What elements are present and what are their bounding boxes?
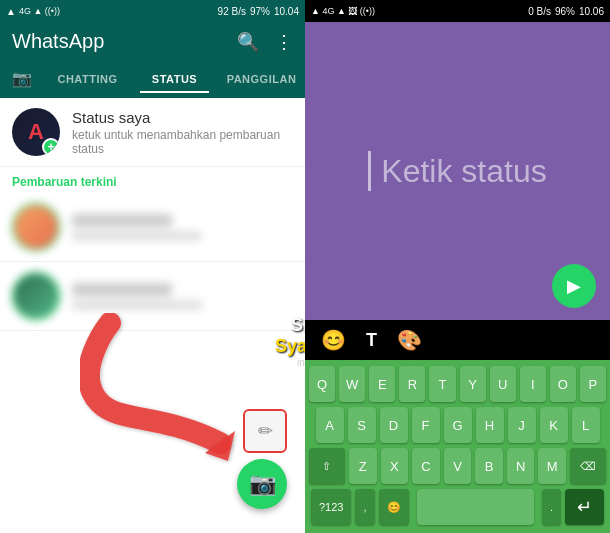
keyboard-row-1: Q W E R T Y U I O P <box>309 366 606 402</box>
time-text: 10.04 <box>274 6 299 17</box>
menu-icon[interactable]: ⋮ <box>275 31 293 53</box>
key-x[interactable]: X <box>381 448 409 484</box>
key-v[interactable]: V <box>444 448 472 484</box>
tab-camera[interactable]: 📷 <box>0 59 44 96</box>
status-bar-right: ▲ 4G ▲ 🖼 ((•)) 0 B/s 96% 10.06 <box>305 0 610 22</box>
key-shift[interactable]: ⇧ <box>309 448 345 484</box>
my-status-sub: ketuk untuk menambahkan pembaruan status <box>72 128 293 156</box>
key-s[interactable]: S <box>348 407 376 443</box>
key-j[interactable]: J <box>508 407 536 443</box>
add-status-badge[interactable]: + <box>42 138 60 156</box>
palette-icon[interactable]: 🎨 <box>397 328 422 352</box>
key-d[interactable]: D <box>380 407 408 443</box>
signal-icons-right: ▲ 4G ▲ 🖼 ((•)) <box>311 6 375 16</box>
key-f[interactable]: F <box>412 407 440 443</box>
my-status-info: Status saya ketuk untuk menambahkan pemb… <box>72 109 293 156</box>
signal-icons: ▲ 4G ▲ ((•)) <box>6 6 60 17</box>
key-num[interactable]: ?123 <box>311 489 351 525</box>
key-p[interactable]: P <box>580 366 606 402</box>
search-icon[interactable]: 🔍 <box>237 31 259 53</box>
key-i[interactable]: I <box>520 366 546 402</box>
key-u[interactable]: U <box>490 366 516 402</box>
placeholder-text: Ketik status <box>381 153 546 190</box>
key-backspace[interactable]: ⌫ <box>570 448 606 484</box>
status-info: 92 B/s 97% 10.04 <box>218 6 299 17</box>
signal-icon-right: ▲ 4G ▲ 🖼 ((•)) <box>311 6 375 16</box>
pencil-icon: ✏ <box>258 420 273 442</box>
speed-text: 92 B/s <box>218 6 246 17</box>
blur-overlay-2 <box>0 262 305 330</box>
tab-chatting[interactable]: CHATTING <box>44 63 131 93</box>
contact-row-1[interactable] <box>0 193 305 262</box>
key-n[interactable]: N <box>507 448 535 484</box>
camera-fab-icon: 📷 <box>249 471 276 497</box>
emoji-toolbar-icon[interactable]: 😊 <box>321 328 346 352</box>
contact-row-2[interactable] <box>0 262 305 331</box>
key-g[interactable]: G <box>444 407 472 443</box>
my-status-avatar: A + <box>12 108 60 156</box>
app-title: WhatsApp <box>12 30 104 53</box>
keyboard-row-2: A S D F G H J K L <box>309 407 606 443</box>
battery-text-right: 96% <box>555 6 575 17</box>
key-w[interactable]: W <box>339 366 365 402</box>
key-z[interactable]: Z <box>349 448 377 484</box>
key-period[interactable]: . <box>542 489 561 525</box>
status-info-right: 0 B/s 96% 10.06 <box>528 6 604 17</box>
key-a[interactable]: A <box>316 407 344 443</box>
key-t[interactable]: T <box>429 366 455 402</box>
keyboard: Q W E R T Y U I O P A S D F G H J K L ⇧ … <box>305 360 610 533</box>
key-enter[interactable]: ↵ <box>565 489 604 525</box>
my-status-row[interactable]: A + Status saya ketuk untuk menambahkan … <box>0 98 305 167</box>
key-y[interactable]: Y <box>460 366 486 402</box>
camera-fab-button[interactable]: 📷 <box>237 459 287 509</box>
wifi-icon: 4G ▲ ((•)) <box>19 6 60 16</box>
battery-text: 97% <box>250 6 270 17</box>
keyboard-row-3: ⇧ Z X C V B N M ⌫ <box>309 448 606 484</box>
keyboard-row-4: ?123 , 😊 . ↵ <box>309 489 606 525</box>
app-header: WhatsApp 🔍 ⋮ <box>0 22 305 59</box>
left-panel: ▲ 4G ▲ ((•)) 92 B/s 97% 10.04 WhatsApp 🔍… <box>0 0 305 533</box>
key-c[interactable]: C <box>412 448 440 484</box>
key-h[interactable]: H <box>476 407 504 443</box>
tab-panggilan[interactable]: PANGGILAN <box>218 63 305 93</box>
key-o[interactable]: O <box>550 366 576 402</box>
key-e[interactable]: E <box>369 366 395 402</box>
key-r[interactable]: R <box>399 366 425 402</box>
header-actions: 🔍 ⋮ <box>237 31 293 53</box>
cursor-line <box>368 151 371 191</box>
recent-label: Pembaruan terkini <box>0 167 305 193</box>
my-status-name: Status saya <box>72 109 293 126</box>
status-text-area[interactable]: Ketik status ▶ <box>305 22 610 320</box>
status-toolbar: 😊 T 🎨 <box>305 320 610 360</box>
tab-status[interactable]: STATUS <box>131 63 218 93</box>
signal-icon: ▲ <box>6 6 16 17</box>
send-button[interactable]: ▶ <box>552 264 596 308</box>
tab-bar: 📷 CHATTING STATUS PANGGILAN <box>0 59 305 98</box>
key-comma[interactable]: , <box>355 489 374 525</box>
key-b[interactable]: B <box>475 448 503 484</box>
key-space[interactable] <box>417 489 534 525</box>
time-text-right: 10.06 <box>579 6 604 17</box>
speed-text-right: 0 B/s <box>528 6 551 17</box>
right-panel: ▲ 4G ▲ 🖼 ((•)) 0 B/s 96% 10.06 Ketik sta… <box>305 0 610 533</box>
key-q[interactable]: Q <box>309 366 335 402</box>
key-m[interactable]: M <box>538 448 566 484</box>
status-bar-left: ▲ 4G ▲ ((•)) 92 B/s 97% 10.04 <box>0 0 305 22</box>
pencil-button-highlight[interactable]: ✏ <box>243 409 287 453</box>
key-l[interactable]: L <box>572 407 600 443</box>
text-format-icon[interactable]: T <box>366 330 377 351</box>
key-emoji-bottom[interactable]: 😊 <box>379 489 409 525</box>
status-placeholder: Ketik status <box>368 151 546 191</box>
blur-overlay-1 <box>0 193 305 261</box>
key-k[interactable]: K <box>540 407 568 443</box>
